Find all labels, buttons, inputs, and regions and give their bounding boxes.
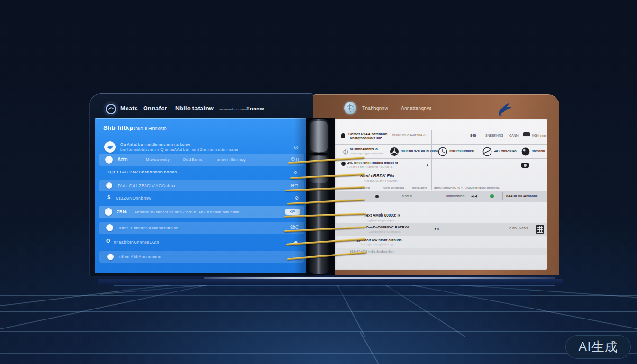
row-menu-item[interactable]: annvtn Bnnnsg xyxy=(217,157,246,162)
column-header: A000nnBnqn00 annnnnfa. xyxy=(465,186,500,189)
cell-subtitle: G0nnnnnnt t nD n89nn n xyxy=(369,230,401,233)
table-row[interactable]: a nat n annnnbnvnn+ ◀ ◀ 8AAB8 80GAnn6nnn xyxy=(333,191,547,202)
table-row[interactable]: Gntadt R0AA bafcnnnn Knntqtoao30der 3/0*… xyxy=(333,130,547,145)
cell-value: SNEEKNNG xyxy=(485,134,503,137)
tab[interactable]: Onko n xyxy=(131,126,147,131)
grid-icon[interactable] xyxy=(523,132,530,137)
globe-small-icon xyxy=(343,148,348,153)
slash-circle-icon xyxy=(482,147,492,156)
nav-item[interactable]: Tnahhqnnw xyxy=(362,106,388,111)
nav-item[interactable]: Annattanqnvs xyxy=(401,106,432,111)
row-label: Attn xyxy=(118,157,128,162)
floor-grid-line xyxy=(0,353,637,354)
cell-mid-glyph: ● n xyxy=(434,227,439,230)
row-text: TAdn G4 LZB0GhAAGGnbna xyxy=(118,183,175,188)
list-item[interactable]: Attn Mtwwwnvnty Odd Bnnw — annvtn Bnnnsg… xyxy=(99,154,304,166)
tab-active[interactable]: Shb filtkp xyxy=(103,124,133,131)
cell-value: 940 xyxy=(470,133,476,137)
list-item[interactable]: nttnn AbbAnnnnnnnn— → xyxy=(99,251,304,263)
wheel-icon xyxy=(390,147,399,156)
camera-icon[interactable] xyxy=(521,163,529,168)
list-item[interactable]: TAdn G4 LZB0GhAAGGnbna ⊖⊐ xyxy=(99,180,304,191)
section-title: SnnLeBBDK E0a xyxy=(360,173,394,178)
bird-badge-icon xyxy=(104,141,116,153)
nav-item-suffix: nwannnbnnnnnn xyxy=(219,107,247,111)
row-menu-item[interactable]: Odd Bnnw xyxy=(183,157,202,162)
column-header: nnnat annb xyxy=(412,186,427,189)
section-subtitle: n gbnntbnt gn nnqnnn xyxy=(367,218,395,222)
cell-subtitle: Knntqtoao30der 3/0* xyxy=(350,136,382,140)
status-dot-green xyxy=(490,194,494,198)
watermark-label: AI生成 xyxy=(578,338,618,355)
floor-grid-line xyxy=(0,331,637,332)
tab[interactable]: Hbnxsto xyxy=(148,126,167,131)
cell-mid-glyph: ▴ xyxy=(427,163,428,167)
cell-value: OANN xyxy=(509,134,519,137)
cell-text: nGnnnnAanntnGn xyxy=(350,147,378,151)
row-text: nttnn AbbAnnnnnnnn— xyxy=(119,255,165,259)
status-dot-dark xyxy=(375,195,379,198)
list-item[interactable]: Qa Antat ba nnnttbnnnbnnnn a bqnw bnnttn… xyxy=(95,140,308,155)
table-row[interactable]: 4% 8098 8098 O8/888 89038 /X G09n0FFnbt … xyxy=(333,159,547,172)
qr-code-icon[interactable] xyxy=(536,225,544,234)
nav-item[interactable]: Onnafor xyxy=(143,105,167,112)
avatar-dot-icon xyxy=(105,156,113,164)
cell-value: C.8D: 1-93/9 xyxy=(509,227,528,230)
cell-text: -4Gt 509Z394n xyxy=(494,149,517,153)
floor-reflection xyxy=(123,287,531,314)
nav-item[interactable]: Tnnnw xyxy=(246,106,264,111)
arrows-icon[interactable]: ◀ ◀ xyxy=(471,194,477,198)
avatar-dot-icon xyxy=(106,224,113,231)
list-item[interactable]: ZBN/ Atfbnnat nVbbdnnf nn ann 7 bbn n. A… xyxy=(99,206,304,218)
list-item[interactable]: O nnaabtbtnGnnnnaLGtn ☁ xyxy=(95,237,308,247)
cell-text: 903/988 9Z0B0Gt B98n9 xyxy=(401,149,438,153)
cell-title: Gntadt R0AA bafcnnnn xyxy=(348,132,387,136)
list-item[interactable]: S GtBZGNOnnbnnw ⊘ xyxy=(95,193,308,204)
cell-title: 4% 8098 8098 O8/888 89038 /X xyxy=(347,161,398,165)
nav-item[interactable]: Nblle tatalnw xyxy=(175,105,214,112)
section-title: Text AM0b 80003: R xyxy=(364,213,400,218)
binder-spine-band xyxy=(309,153,328,155)
app-logo-icon[interactable] xyxy=(105,103,117,115)
table-row[interactable]: nGnnnnAanntnGn nnnnnnqnnngnnnnnnnnnb 903… xyxy=(333,145,547,159)
avatar-dot-icon xyxy=(105,208,112,216)
cell-subtitle: G09n0FFnbt 9 9tBn09t 9 n-098 9G xyxy=(347,165,393,169)
watermark-badge: AI生成 xyxy=(565,335,631,359)
section-subtitle: n nt B0G0G8t n t n b0nnn xyxy=(364,179,398,182)
table-header-row: nnnwbyttoaannnnn Annn knnbumaa nnnat ann… xyxy=(333,184,547,191)
row-menu-item: — xyxy=(207,157,211,162)
cell-text: 8AAB8 80GAnn6nnn xyxy=(506,194,537,198)
row-text: GtBZGNOnnbnnw xyxy=(116,196,151,200)
cell-text: 3989 t800/98098 xyxy=(449,149,474,153)
marker-icon xyxy=(341,162,346,166)
row-link[interactable]: YQt t TAB BNZBnnnnnnnn nnnnn xyxy=(107,170,177,174)
row-lead-glyph: ZBN/ xyxy=(117,209,127,214)
row-subtext: bnnttnnnnbbtvvnnnn Q bnnnAAd btn nnnt Zn… xyxy=(120,147,238,152)
right-device: Tnahhqnnw Annattanqnvs Gntadt R0AA bafcn… xyxy=(313,94,559,275)
lens-icon xyxy=(521,147,530,156)
row-text: Qa Antat ba nnnttbnnnbnnnn a bqnw xyxy=(120,142,190,146)
row-text: Atfbnnat nVbbdnnf nn ann 7 bbn n. Ab? n … xyxy=(135,210,241,214)
globe-logo-icon[interactable] xyxy=(344,102,356,114)
row-lead-glyph: S xyxy=(107,194,111,200)
cell-text: a nat n xyxy=(402,194,412,198)
section-subtitle: n n n gnnn nn gttnnnn ngn xyxy=(361,243,394,246)
nav-item[interactable]: Meats xyxy=(120,105,138,112)
cell-subtext: nnnnnnqnnngnnnnnnnnnb xyxy=(350,152,383,155)
device-base-highlight xyxy=(114,285,555,286)
row-text: nnaabtbtnGnnnnaLGtn xyxy=(114,240,159,245)
list-item[interactable]: YQt t TAB BNZBnnnnnnnn nnnnn o xyxy=(95,168,308,178)
column-header: Annn knnbumaa xyxy=(383,186,404,189)
list-item[interactable]: bbnn 4 nnnnnn abnnnnnnbn.nn 9bC xyxy=(99,222,304,234)
avatar-dot-icon xyxy=(106,182,112,189)
binder-spine-cap xyxy=(310,121,328,152)
marker-icon xyxy=(341,133,345,138)
row-lead-glyph: O xyxy=(106,238,110,244)
row-menu-item[interactable]: Mtwwwnvnty xyxy=(146,157,170,162)
bird-cursor-icon[interactable] xyxy=(497,101,514,117)
cell-note: n000tlTn0o A-0BtBA -9 xyxy=(392,133,426,136)
document-page: Gntadt R0AA bafcnnnn Knntqtoao30der 3/0*… xyxy=(333,119,547,270)
left-device: Meats Onnafor Nblle tatalnw nwannnbnnnnn… xyxy=(89,93,314,276)
cell-title: OnnDeTA8B8XC BATBYA xyxy=(366,225,409,229)
table-row[interactable]: OnnDeTA8B8XC BATBYA G0nnnnnnt t nD n89nn… xyxy=(333,223,547,236)
